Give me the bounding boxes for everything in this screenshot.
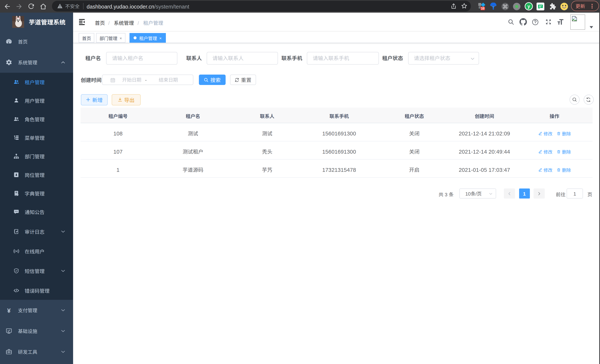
svg-text:10: 10 [481, 6, 484, 10]
svg-text:y: y [527, 3, 530, 9]
